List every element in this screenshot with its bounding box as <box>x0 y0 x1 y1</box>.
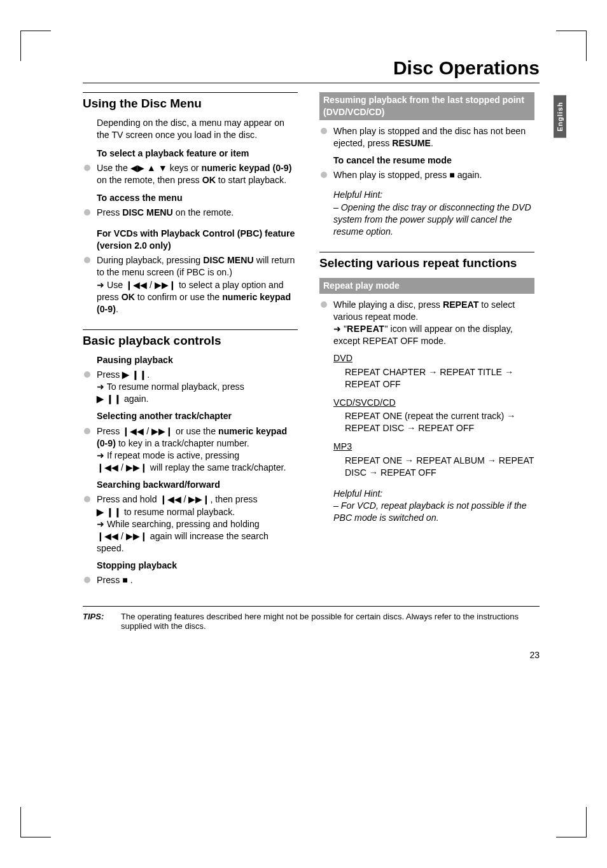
crop-mark-br <box>556 807 587 837</box>
label-mp3: MP3 <box>333 441 534 453</box>
text: numeric keypad (0-9) <box>201 163 291 173</box>
text: or use the <box>173 426 218 436</box>
bullet-pause: Press ▶ ❙❙. ➜ To resume normal playback,… <box>83 369 298 406</box>
sub-stopping: Stopping playback <box>97 560 298 572</box>
crop-mark-bl <box>20 807 51 837</box>
text: If repeat mode is active, pressing <box>107 450 239 460</box>
seq-dvd: REPEAT CHAPTER → REPEAT TITLE → REPEAT O… <box>345 366 534 390</box>
down-icon: ▼ <box>158 163 167 173</box>
bullet-pbc: During playback, pressing DISC MENU will… <box>83 254 298 315</box>
bullet-stop: Press ■ . <box>83 574 298 586</box>
tips-footer: TIPS: The operating features described h… <box>83 606 540 631</box>
text: . <box>116 304 118 314</box>
bullet-cancel-resume: When play is stopped, press ■ again. <box>319 169 534 181</box>
playpause-icon: ▶ ❙❙ <box>97 507 122 517</box>
text: , then press <box>210 494 257 504</box>
next-icon: ▶▶❙ <box>126 462 148 472</box>
prev-icon: ❙◀◀ <box>160 494 181 504</box>
text: OK <box>202 175 216 185</box>
columns: Using the Disc Menu Depending on the dis… <box>83 92 540 587</box>
bullet-resume: When play is stopped and the disc has no… <box>319 125 534 149</box>
hint-text: – For VCD, repeat playback is not possib… <box>333 500 527 523</box>
sub-pausing: Pausing playback <box>97 354 298 366</box>
text: to confirm or use the <box>135 292 222 302</box>
text: While playing a disc, press <box>333 300 443 310</box>
text: To resume normal playback, press <box>107 382 244 392</box>
sub-select-feature: To select a playback feature or item <box>97 148 298 160</box>
bullet-access-menu: Press DISC MENU on the remote. <box>83 207 298 219</box>
text: REPEAT <box>347 324 385 334</box>
seq-mp3: REPEAT ONE → REPEAT ALBUM → REPEAT DISC … <box>345 455 534 479</box>
left-column: Using the Disc Menu Depending on the dis… <box>83 92 298 587</box>
text: Press <box>97 575 122 585</box>
bullet-repeat: While playing a disc, press REPEAT to se… <box>319 299 534 348</box>
bullet-select-track: Press ❙◀◀ / ▶▶❙ or use the numeric keypa… <box>83 425 298 474</box>
right-column: Resuming playback from the last stopped … <box>319 92 534 587</box>
text: OK <box>122 292 135 302</box>
tips-label: TIPS: <box>83 612 121 631</box>
text: Use <box>107 280 125 290</box>
section-using-disc-menu: Using the Disc Menu <box>83 92 298 112</box>
prev-icon: ❙◀◀ <box>97 462 118 472</box>
text: REPEAT <box>443 300 479 310</box>
label-vcd: VCD/SVCD/CD <box>333 397 534 409</box>
hint-label: Helpful Hint: <box>333 488 382 499</box>
bullet-search: Press and hold ❙◀◀ / ▶▶❙, then press ▶ ❙… <box>83 493 298 555</box>
text: Press <box>97 369 122 380</box>
section-repeat: Selecting various repeat functions <box>319 252 534 272</box>
playpause-icon: ▶ ❙❙ <box>97 394 122 404</box>
stop-icon: ■ <box>122 575 128 585</box>
next-icon: ▶▶❙ <box>188 494 210 504</box>
arrow-icon: ➜ <box>97 280 104 290</box>
page-number: 23 <box>83 650 540 660</box>
language-tab: English <box>554 95 566 138</box>
sub-searching: Searching backward/forward <box>97 479 298 491</box>
text: Use the <box>97 163 130 173</box>
page-title: Disc Operations <box>83 57 540 83</box>
prev-icon: ❙◀◀ <box>122 426 144 436</box>
arrow-icon: ➜ <box>333 324 341 334</box>
playpause-icon: ▶ ❙❙ <box>122 369 147 380</box>
text: Press <box>97 426 122 436</box>
intro-text: Depending on the disc, a menu may appear… <box>97 117 298 141</box>
shaded-resume: Resuming playback from the last stopped … <box>319 92 534 120</box>
text: on the remote. <box>173 207 234 217</box>
sub-selecting-track: Selecting another track/chapter <box>97 410 298 422</box>
sub-cancel-resume: To cancel the resume mode <box>333 155 534 167</box>
arrow-icon: ➜ <box>97 450 104 460</box>
next-icon: ▶▶❙ <box>126 531 148 541</box>
arrow-icon: ➜ <box>97 382 104 392</box>
hint-repeat: Helpful Hint: – For VCD, repeat playback… <box>333 488 534 525</box>
text: RESUME <box>392 138 431 148</box>
text: . <box>130 575 133 585</box>
text: again. <box>122 394 149 404</box>
sub-access-menu: To access the menu <box>97 192 298 204</box>
text: Press <box>97 207 122 217</box>
shaded-repeat: Repeat play mode <box>319 278 534 294</box>
right-icon: ▶ <box>137 163 144 173</box>
text: on the remote, then press <box>97 175 202 185</box>
text: again will increase the search speed. <box>97 531 269 553</box>
left-icon: ◀ <box>130 163 137 173</box>
text: While searching, pressing and holding <box>107 519 260 529</box>
hint-resume: Helpful Hint: – Opening the disc tray or… <box>333 189 534 238</box>
next-icon: ▶▶❙ <box>151 426 173 436</box>
hint-label: Helpful Hint: <box>333 189 382 200</box>
text: . <box>431 138 433 148</box>
crop-mark-tr <box>556 31 587 61</box>
text: to key in a track/chapter number. <box>116 438 249 448</box>
label-dvd: DVD <box>333 352 534 364</box>
arrow-icon: ➜ <box>97 519 104 529</box>
hint-text: – Opening the disc tray or disconnecting… <box>333 202 531 237</box>
text: to start playback. <box>216 175 286 185</box>
page-content: Disc Operations Using the Disc Menu Depe… <box>83 57 540 660</box>
bullet-select-feature: Use the ◀▶ ▲ ▼ keys or numeric keypad (0… <box>83 162 298 186</box>
crop-mark-tl <box>20 31 51 61</box>
prev-icon: ❙◀◀ <box>125 280 147 290</box>
text: to resume normal playback. <box>122 507 235 517</box>
text: will replay the same track/chapter. <box>148 462 286 472</box>
text: keys or <box>167 163 202 173</box>
text: When play is stopped, press <box>333 170 449 180</box>
section-basic-playback: Basic playback controls <box>83 329 298 349</box>
text: Press and hold <box>97 494 160 504</box>
